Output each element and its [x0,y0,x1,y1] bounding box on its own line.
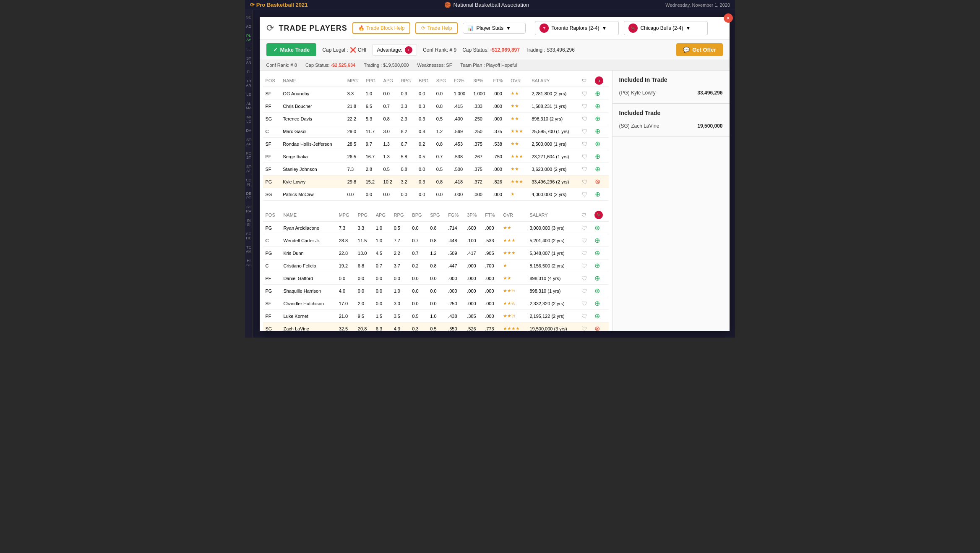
trade-help-button[interactable]: ⟳ Trade Help [415,22,458,34]
sidebar: SE AD PLAY LE STAN FI TRAN LE ALMA MILE … [245,10,253,338]
player-bpg: 0.5 [409,310,427,322]
player-trade-action[interactable]: ⊕ [592,285,608,297]
sidebar-item-tr[interactable]: TRAN [245,77,253,89]
player-ovr: ★★★ [508,150,529,163]
player-trade-action[interactable]: ⊕ [592,310,608,322]
player-trade-action[interactable]: ⊕ [592,297,608,310]
right-panel: Included In Trade (PG) Kyle Lowry 33,496… [612,71,730,331]
nba-icon: 🏀 [444,2,451,8]
player-mpg: 29.0 [345,125,363,138]
player-shield-icon[interactable]: 🛡 [579,113,592,125]
chart-icon: 📊 [467,25,474,31]
sidebar-item-pl[interactable]: PLAY [245,32,253,44]
sidebar-item-ad[interactable]: AD [245,23,253,30]
col-spg-1: SPG [434,75,451,87]
tables-section: POS NAME MPG PPG APG RPG BPG SPG FG% 3 [260,71,612,331]
player-shield-icon[interactable]: 🛡 [579,310,592,322]
sidebar-item-sc[interactable]: SCHE [245,230,253,242]
player-shield-icon[interactable]: 🛡 [579,100,592,113]
player-mpg: 21.8 [345,100,363,113]
trade-block-help-button[interactable]: 🔥 Trade Block Help [352,22,411,34]
player-shield-icon[interactable]: 🛡 [579,138,592,150]
advantage-badge: Advantage: T [372,44,417,56]
player-name: OG Anunoby [280,87,344,100]
table-row: CCristiano Felicio19.26.80.73.70.20.8.44… [263,259,609,272]
sidebar-item-hi[interactable]: HIST [245,257,253,269]
player-trade-action[interactable]: ⊕ [592,150,608,163]
player-trade-action[interactable]: ⊕ [592,125,608,138]
player-shield-icon[interactable]: 🛡 [579,259,592,272]
sidebar-item-de[interactable]: DEPT [245,190,253,202]
player-ovr: ★★ [508,163,529,176]
player-spg: 0.0 [427,285,446,297]
player-bpg: 0.2 [416,138,434,150]
player-salary: 2,195,122 (2 yrs) [527,310,579,322]
sidebar-item-ro[interactable]: ROST [245,149,253,161]
col-ppg-1: PPG [363,75,381,87]
player-trade-action[interactable]: ⊕ [592,247,608,259]
col-bpg-2: BPG [409,209,427,221]
player-fgp: .447 [446,259,464,272]
sidebar-item-fi[interactable]: FI [245,68,253,76]
team1-dropdown[interactable]: T Toronto Raptors (2-4) ▼ [535,21,619,35]
player-trade-action[interactable]: ⊗ [592,176,608,188]
player-shield-icon[interactable]: 🛡 [579,150,592,163]
player-trade-action[interactable]: ⊕ [592,100,608,113]
player-shield-icon[interactable]: 🛡 [579,221,592,234]
col-icon1-2: 🛡 [579,209,592,221]
player-trade-action[interactable]: ⊕ [592,234,608,247]
player-ppg: 6.8 [355,259,373,272]
sidebar-item-te[interactable]: TEAM [245,244,253,255]
player-shield-icon[interactable]: 🛡 [579,234,592,247]
close-button[interactable]: × [724,13,733,23]
player-shield-icon[interactable]: 🛡 [579,188,592,201]
player-trade-action[interactable]: ⊕ [592,188,608,201]
player-trade-action[interactable]: ⊕ [592,113,608,125]
player-shield-icon[interactable]: 🛡 [579,163,592,176]
sidebar-item-mi[interactable]: MILE [245,113,253,125]
player-spg: 0.5 [427,322,446,331]
player-trade-action[interactable]: ⊕ [592,138,608,150]
player-fgp: .438 [446,310,464,322]
player-trade-action[interactable]: ⊕ [592,87,608,100]
player-trade-action[interactable]: ⊕ [592,221,608,234]
player-shield-icon[interactable]: 🛡 [579,87,592,100]
player-shield-icon[interactable]: 🛡 [579,176,592,188]
sidebar-item-se[interactable]: SE [245,13,253,21]
raptors-table: POS NAME MPG PPG APG RPG BPG SPG FG% 3 [263,75,609,201]
sidebar-item-st3[interactable]: STAT [245,163,253,175]
sidebar-item-st2[interactable]: STAF [245,136,253,148]
player-trade-action[interactable]: ⊕ [592,272,608,285]
player-shield-icon[interactable]: 🛡 [579,247,592,259]
player-bpg: 0.5 [416,150,434,163]
sidebar-item-le2[interactable]: LE [245,91,253,98]
player-shield-icon[interactable]: 🛡 [579,272,592,285]
sidebar-item-st[interactable]: STAN [245,55,253,66]
sidebar-item-al[interactable]: ALMA [245,100,253,112]
sidebar-item-st4[interactable]: STRA [245,203,253,215]
player-trade-action[interactable]: ⊕ [592,163,608,176]
sidebar-item-co[interactable]: CON [245,176,253,188]
player-trade-action[interactable]: ⊕ [592,259,608,272]
sidebar-item-in[interactable]: INSI [245,217,253,228]
player-shield-icon[interactable]: 🛡 [579,297,592,310]
sidebar-item-le[interactable]: LE [245,45,253,53]
bulls-header-logo: 🐂 [594,211,603,219]
player-shield-icon[interactable]: 🛡 [579,125,592,138]
table-row: SFRondae Hollis-Jefferson28.59.71.36.70.… [263,138,609,150]
player-salary: 3,623,000 (2 yrs) [529,163,579,176]
player-ppg: 5.3 [363,113,381,125]
player-shield-icon[interactable]: 🛡 [579,285,592,297]
col-fgp-1: FG% [451,75,471,87]
team2-dropdown[interactable]: 🐂 Chicago Bulls (2-4) ▼ [624,21,708,35]
make-trade-button[interactable]: ✓ Make Trade [266,43,317,56]
player-stats-dropdown[interactable]: 📊 Player Stats ▼ [463,23,526,34]
get-offer-button[interactable]: 💬 Get Offer [676,43,722,56]
player-trade-action[interactable]: ⊗ [592,322,608,331]
player-ftp: .533 [482,234,500,247]
player-apg: 10.2 [381,176,399,188]
player-bpg: 0.3 [416,176,434,188]
sidebar-item-da[interactable]: DA [245,127,253,134]
player-shield-icon[interactable]: 🛡 [579,322,592,331]
player-fgp: .538 [451,150,471,163]
